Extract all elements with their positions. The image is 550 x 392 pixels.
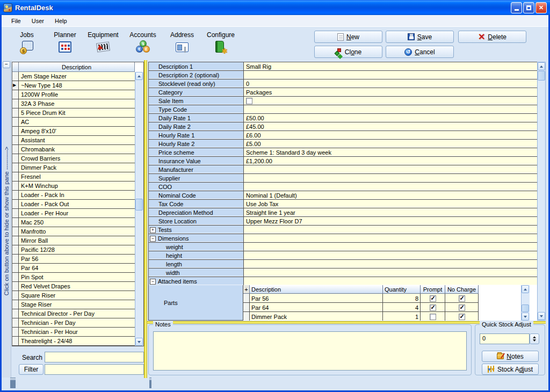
menu-user[interactable]: User	[27, 16, 49, 26]
parts-row[interactable]: Par 644	[243, 303, 537, 312]
list-item[interactable]: ▶~New Type 148	[12, 81, 143, 90]
filter-button[interactable]: Filter	[19, 364, 44, 375]
list-item[interactable]: Square Riser	[12, 291, 143, 300]
list-item[interactable]: AC	[12, 118, 143, 127]
list-item[interactable]: Jem Stage Hazer	[12, 72, 143, 81]
tab-main-details[interactable]: Main Details	[150, 378, 151, 388]
toolbar-planner[interactable]: Planner	[46, 31, 84, 54]
list-header-description[interactable]: Description	[19, 62, 135, 72]
no-charge-checkbox[interactable]	[459, 314, 465, 320]
list-item[interactable]: Stage Riser	[12, 300, 143, 309]
list-scrollbar[interactable]	[135, 72, 143, 346]
toolbar-jobs[interactable]: Jobs $	[8, 31, 46, 54]
form-row-value[interactable]: Packages	[244, 88, 537, 97]
form-row-value[interactable]: 0	[244, 79, 537, 88]
stock-adjust-spinner[interactable]	[530, 333, 539, 344]
maximize-button[interactable]	[523, 2, 534, 13]
scroll-down-button[interactable]	[538, 312, 545, 320]
form-row-value[interactable]	[244, 183, 537, 191]
menu-file[interactable]: File	[6, 16, 26, 26]
minimize-button[interactable]	[511, 2, 522, 13]
form-row-value[interactable]	[244, 226, 537, 234]
delete-button[interactable]: ✕Delete	[458, 31, 526, 43]
list-item[interactable]: Technician - Per Hour	[12, 328, 143, 337]
collapse-pane-button[interactable]: −	[3, 61, 10, 68]
collapse-icon[interactable]: −	[150, 279, 156, 285]
form-row-value[interactable]: Nominal 1 (Default)	[244, 191, 537, 200]
list-item[interactable]: 5 Piece Drum Kit	[12, 108, 143, 118]
form-row-value[interactable]: Small Rig	[244, 62, 537, 71]
tab-mastercats[interactable]: MasterCats	[11, 378, 12, 388]
form-row-value[interactable]	[244, 165, 537, 174]
search-input[interactable]	[45, 352, 144, 362]
form-row-value[interactable]: Scheme 1: Standard 3 day week	[244, 148, 537, 157]
list-item[interactable]: Mirror Ball	[12, 236, 143, 245]
add-part-button[interactable]: +	[243, 285, 250, 294]
toolbar-address[interactable]: Address	[163, 31, 201, 54]
toolbar-configure[interactable]: Configure	[202, 31, 240, 54]
close-button[interactable]: ✕	[535, 2, 547, 13]
prompt-checkbox[interactable]	[430, 304, 436, 311]
form-row-value[interactable]: £1,200.00	[244, 157, 537, 165]
tab-type[interactable]: Type	[15, 378, 16, 388]
list-item[interactable]: Loader - Pack Out	[12, 200, 143, 209]
list-item[interactable]: Dimmer Pack	[12, 163, 143, 172]
vertical-splitter[interactable]	[144, 60, 147, 378]
expand-icon[interactable]: +	[150, 227, 156, 233]
scroll-thumb[interactable]	[135, 199, 143, 210]
list-item[interactable]: Manfrotto	[12, 227, 143, 236]
list-item[interactable]: Red Velvet Drapes	[12, 282, 143, 291]
list-item[interactable]: Mac 250	[12, 218, 143, 227]
filter-combobox[interactable]	[45, 364, 144, 375]
scroll-down-button[interactable]	[135, 338, 143, 346]
notes-textarea[interactable]	[153, 331, 467, 371]
form-row-value[interactable]: £6.00	[244, 131, 537, 140]
form-row-value[interactable]: Straight line 1 year	[244, 208, 537, 217]
list-item[interactable]: Crowd Barriers	[12, 154, 143, 163]
list-item[interactable]: Chromabank	[12, 145, 143, 154]
cancel-button[interactable]: ↺Cancel	[386, 46, 454, 58]
no-charge-checkbox[interactable]	[459, 295, 465, 302]
menu-help[interactable]: Help	[50, 16, 72, 26]
prompt-checkbox[interactable]	[430, 314, 436, 320]
parts-row[interactable]: Par 568	[243, 294, 537, 303]
notes-button[interactable]: Notes	[482, 351, 539, 362]
parts-col-quantity[interactable]: Quantity	[383, 285, 421, 294]
form-row-value[interactable]	[244, 174, 537, 183]
parts-col-description[interactable]: Description	[250, 285, 383, 294]
scroll-thumb[interactable]	[522, 304, 529, 312]
parts-col-prompt[interactable]: Prompt	[421, 285, 445, 294]
save-button[interactable]: Save	[386, 31, 454, 43]
clone-button[interactable]: Clone	[314, 46, 382, 58]
form-row-value[interactable]	[244, 234, 537, 243]
list-item[interactable]: Par 64	[12, 264, 143, 273]
sale-item-checkbox[interactable]	[246, 98, 252, 104]
form-row-value[interactable]	[244, 97, 537, 105]
title-bar[interactable]: RentalDesk ✕	[0, 0, 550, 15]
form-row-value[interactable]	[244, 277, 537, 286]
scroll-thumb[interactable]	[538, 71, 545, 81]
scroll-up-button[interactable]	[538, 62, 545, 70]
scroll-up-button[interactable]	[135, 72, 143, 80]
prompt-checkbox[interactable]	[430, 295, 436, 302]
list-item[interactable]: Par 56	[12, 255, 143, 264]
tab-treeview[interactable]: TreeView	[10, 378, 11, 388]
list-item[interactable]: Loader - Pack In	[12, 191, 143, 200]
toolbar-accounts[interactable]: Accounts $ € £	[124, 31, 162, 54]
list-item[interactable]: Fresnel	[12, 172, 143, 182]
stock-adjust-input[interactable]: 0	[480, 333, 530, 344]
form-row-value[interactable]: Use Job Tax	[244, 200, 537, 208]
list-item[interactable]: Pacific 12/28	[12, 245, 143, 255]
list-item[interactable]: Assistant	[12, 136, 143, 145]
form-row-value[interactable]	[244, 105, 537, 114]
form-row-value[interactable]: £5.00	[244, 140, 537, 148]
form-scrollbar[interactable]	[537, 62, 546, 321]
new-button[interactable]: New	[314, 31, 382, 43]
list-item[interactable]: Loader - Per Hour	[12, 209, 143, 218]
parts-row[interactable]: Dimmer Pack1	[243, 312, 537, 321]
form-row-value[interactable]	[244, 243, 537, 251]
list-item[interactable]: Technical Director - Per Day	[12, 309, 143, 318]
list-item[interactable]: Technician - Per Day	[12, 318, 143, 328]
no-charge-checkbox[interactable]	[459, 304, 465, 311]
list-item[interactable]: 32A 3 Phase	[12, 99, 143, 108]
